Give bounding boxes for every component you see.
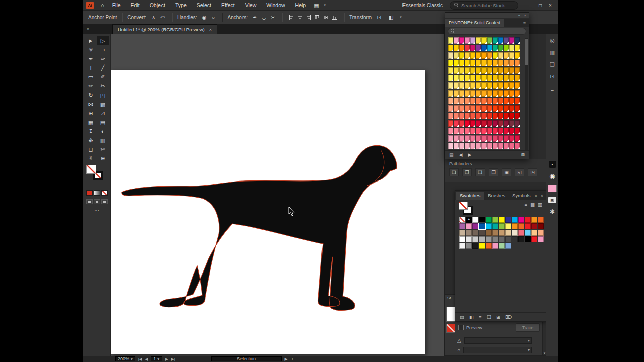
- menu-type[interactable]: Type: [170, 2, 192, 8]
- pantone-swatch[interactable]: [470, 52, 475, 59]
- blend-tool[interactable]: ◐: [97, 127, 109, 136]
- swatch[interactable]: [525, 230, 531, 236]
- pantone-swatch[interactable]: [481, 128, 487, 134]
- draw-behind-button[interactable]: [94, 199, 100, 204]
- fill-stroke-indicator[interactable]: [459, 202, 472, 214]
- swatch[interactable]: [505, 217, 511, 223]
- pantone-swatch[interactable]: [470, 143, 475, 149]
- align-top-icon[interactable]: [314, 14, 320, 21]
- swatch[interactable]: [505, 243, 511, 249]
- pantone-swatch[interactable]: [465, 105, 470, 112]
- none-button[interactable]: [101, 190, 108, 196]
- swatch[interactable]: [479, 243, 485, 249]
- swatch[interactable]: [492, 223, 498, 229]
- shape-mode-caret-icon[interactable]: ▾: [400, 15, 402, 19]
- pantone-swatch[interactable]: [465, 67, 470, 74]
- pantone-swatch[interactable]: [487, 128, 492, 134]
- tab-brushes[interactable]: Brushes: [484, 192, 509, 200]
- swatch[interactable]: [472, 236, 478, 242]
- menu-edit[interactable]: Edit: [126, 2, 145, 8]
- pantone-swatch[interactable]: [454, 67, 459, 74]
- pantone-swatch[interactable]: [498, 52, 503, 59]
- pantone-swatch[interactable]: [470, 98, 475, 104]
- pantone-swatch[interactable]: [459, 135, 464, 142]
- pantone-swatch[interactable]: [454, 113, 459, 119]
- pantone-swatch[interactable]: [454, 82, 459, 89]
- swatch[interactable]: [466, 230, 472, 236]
- paintbrush-tool[interactable]: ✐: [97, 72, 109, 81]
- pantone-swatch[interactable]: [459, 67, 464, 74]
- pantone-swatch[interactable]: [515, 120, 520, 127]
- rotate-tool[interactable]: ↻: [85, 90, 97, 100]
- pantone-swatch[interactable]: [476, 90, 481, 97]
- pantone-swatch[interactable]: [459, 128, 464, 134]
- hand-tool[interactable]: ✌: [85, 154, 97, 163]
- swatch[interactable]: [486, 236, 492, 242]
- pantone-swatch[interactable]: [470, 120, 475, 127]
- pink-swatch[interactable]: [548, 185, 557, 192]
- pantone-swatch[interactable]: [459, 98, 464, 104]
- pantone-menu-icon[interactable]: ≡: [523, 21, 526, 27]
- pantone-swatch[interactable]: [459, 90, 464, 97]
- next-artboard-icon[interactable]: ▶: [165, 357, 168, 361]
- pantone-swatch[interactable]: [498, 82, 503, 89]
- pantone-swatch[interactable]: [504, 75, 509, 81]
- swatch[interactable]: [538, 230, 544, 236]
- swatch[interactable]: +: [466, 217, 472, 223]
- pantone-swatch[interactable]: [493, 120, 498, 127]
- pantone-swatch[interactable]: [493, 135, 498, 142]
- pantone-swatch[interactable]: [481, 135, 487, 142]
- pantone-swatch[interactable]: [509, 120, 514, 127]
- color-panel-icon[interactable]: ◎: [548, 37, 557, 44]
- pantone-swatch[interactable]: [504, 67, 509, 74]
- pantone-swatch[interactable]: [504, 135, 509, 142]
- pantone-swatch[interactable]: [470, 90, 475, 97]
- slice-tool[interactable]: ✄: [97, 145, 109, 154]
- arrange-documents-icon[interactable]: ▦: [314, 2, 319, 9]
- pantone-swatch[interactable]: [470, 45, 475, 51]
- preview-checkbox[interactable]: [458, 325, 464, 330]
- line-segment-tool[interactable]: ╱: [97, 63, 109, 72]
- pantone-swatch[interactable]: [487, 120, 492, 127]
- pantone-swatch[interactable]: [509, 143, 514, 149]
- pantone-swatch[interactable]: [515, 82, 520, 89]
- gradient-button[interactable]: [94, 190, 100, 196]
- pantone-swatch[interactable]: [465, 82, 470, 89]
- swatch[interactable]: [466, 236, 472, 242]
- swatch[interactable]: [505, 236, 511, 242]
- pantone-swatch[interactable]: [498, 98, 503, 104]
- pantone-swatch[interactable]: [465, 98, 470, 104]
- pantone-swatch[interactable]: [504, 143, 509, 149]
- pantone-swatch[interactable]: [487, 67, 492, 74]
- pantone-swatch[interactable]: [448, 135, 453, 142]
- pencil-tool[interactable]: ✏: [85, 81, 97, 90]
- pantone-swatch[interactable]: [476, 143, 481, 149]
- swatch[interactable]: [479, 230, 485, 236]
- scale-tool[interactable]: ◳: [97, 90, 109, 100]
- play-icon[interactable]: ▶: [285, 357, 288, 361]
- pantone-swatch[interactable]: [509, 82, 514, 89]
- arrange-documents-caret-icon[interactable]: ▾: [324, 3, 326, 7]
- media-panel-icon[interactable]: ▣: [548, 197, 556, 203]
- width-tool[interactable]: ⋈: [85, 100, 97, 109]
- swatch[interactable]: [525, 236, 531, 242]
- pantone-swatch[interactable]: [481, 82, 487, 89]
- pantone-swatch[interactable]: [498, 60, 503, 66]
- pantone-swatch[interactable]: [487, 113, 492, 119]
- list-view-icon[interactable]: ≡: [524, 202, 527, 207]
- fill-stroke-proxy[interactable]: [86, 165, 107, 186]
- pantone-swatch[interactable]: [498, 90, 503, 97]
- swatch[interactable]: [505, 230, 511, 236]
- pantone-swatch[interactable]: [454, 45, 459, 51]
- pantone-swatch[interactable]: [504, 82, 509, 89]
- pantone-search-field[interactable]: [448, 28, 526, 35]
- maximize-button[interactable]: □: [535, 3, 545, 8]
- pantone-swatch[interactable]: [515, 37, 520, 44]
- pantone-swatch[interactable]: [481, 75, 487, 81]
- pantone-swatch[interactable]: [465, 90, 470, 97]
- swatch[interactable]: [531, 230, 537, 236]
- pantone-swatch[interactable]: [459, 143, 464, 149]
- unite-icon[interactable]: ❏: [449, 168, 459, 176]
- swatch[interactable]: [466, 243, 472, 249]
- pantone-swatch[interactable]: [493, 75, 498, 81]
